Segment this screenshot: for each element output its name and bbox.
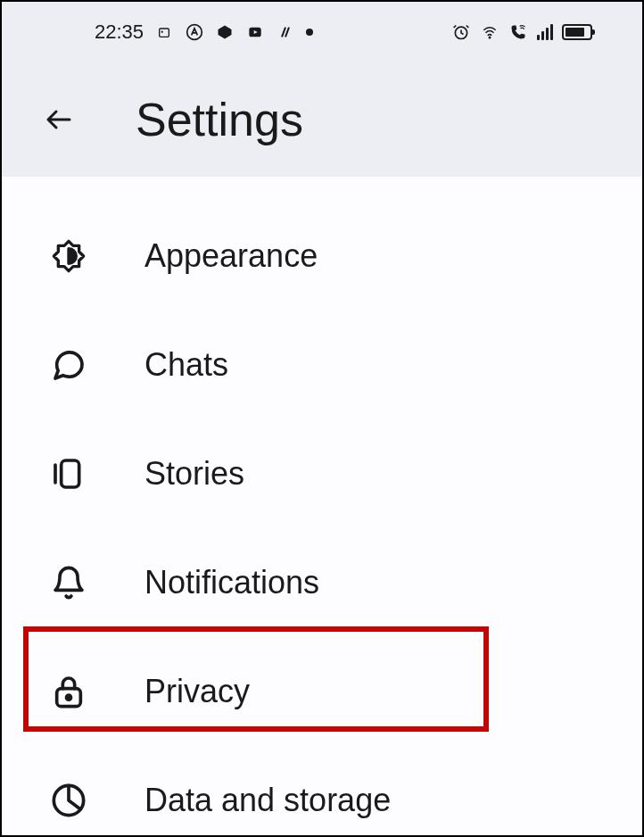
svg-rect-6 bbox=[62, 460, 79, 487]
menu-label: Privacy bbox=[144, 673, 250, 710]
app-a-icon bbox=[185, 22, 204, 42]
status-time: 22:35 bbox=[95, 21, 144, 44]
wifi-calling-icon bbox=[508, 22, 528, 42]
dot-icon bbox=[306, 29, 313, 36]
alarm-icon bbox=[451, 22, 471, 42]
drive-icon bbox=[215, 22, 235, 42]
lock-icon bbox=[50, 673, 87, 710]
menu-item-data-storage[interactable]: Data and storage bbox=[2, 746, 642, 837]
page-title: Settings bbox=[136, 93, 303, 146]
youtube-icon bbox=[245, 22, 265, 42]
svg-point-5 bbox=[489, 37, 491, 38]
status-bar: 22:35 bbox=[2, 2, 642, 62]
brightness-icon bbox=[50, 237, 87, 275]
menu-item-privacy[interactable]: Privacy bbox=[2, 637, 642, 746]
signal-icon bbox=[537, 24, 553, 40]
menu-item-appearance[interactable]: Appearance bbox=[2, 202, 642, 311]
menu-label: Appearance bbox=[144, 237, 318, 275]
stories-icon bbox=[50, 455, 87, 493]
bell-icon bbox=[50, 564, 87, 601]
settings-menu: Appearance Chats Stories Notifications bbox=[2, 177, 642, 837]
menu-label: Data and storage bbox=[144, 782, 391, 819]
pie-icon bbox=[50, 782, 87, 819]
chat-icon bbox=[50, 346, 87, 384]
battery-icon bbox=[562, 24, 592, 40]
menu-item-chats[interactable]: Chats bbox=[2, 311, 642, 419]
menu-item-stories[interactable]: Stories bbox=[2, 419, 642, 528]
status-right bbox=[451, 22, 592, 42]
svg-rect-1 bbox=[161, 31, 163, 33]
svg-rect-0 bbox=[160, 29, 169, 37]
slash-icon bbox=[276, 22, 295, 42]
menu-item-notifications[interactable]: Notifications bbox=[2, 528, 642, 637]
wifi-icon bbox=[480, 22, 500, 42]
menu-label: Notifications bbox=[144, 564, 319, 601]
header-section: 22:35 bbox=[2, 2, 642, 177]
title-bar: Settings bbox=[2, 62, 642, 177]
calendar-icon bbox=[154, 22, 174, 42]
back-button[interactable] bbox=[41, 102, 77, 137]
menu-label: Chats bbox=[144, 346, 228, 384]
svg-point-8 bbox=[67, 695, 71, 700]
menu-label: Stories bbox=[144, 455, 244, 493]
status-left: 22:35 bbox=[95, 21, 313, 44]
